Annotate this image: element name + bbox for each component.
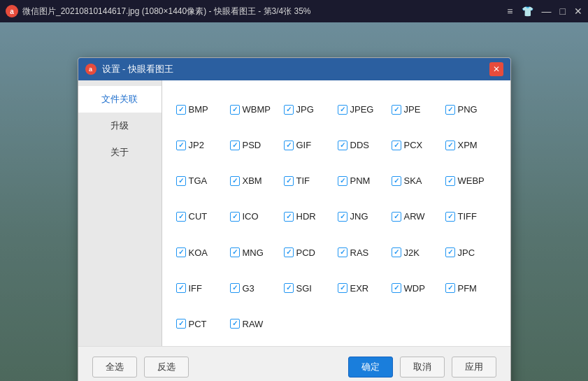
file-format-item-xbm: XBM [230,166,281,196]
checkbox-jpe[interactable] [392,105,401,115]
checkbox-raw[interactable] [230,319,240,329]
checkbox-psd[interactable] [230,141,240,150]
checkbox-pct[interactable] [176,319,186,329]
file-format-label-xbm: XBM [243,175,262,186]
minimize-button[interactable]: — [542,6,552,17]
file-format-label-g3: G3 [243,283,254,294]
file-format-item-jpe: JPE [392,94,443,124]
file-format-item-jpeg: JPEG [338,94,389,124]
file-format-label-cut: CUT [189,211,208,222]
bottom-bar: 全选 反选 确定 取消 应用 [78,346,510,381]
close-button[interactable]: ✕ [574,6,582,17]
file-format-item-dds: DDS [338,130,389,160]
file-format-item-pcx: PCX [392,130,443,160]
right-button-group: 确定 取消 应用 [348,357,496,378]
checkbox-dds[interactable] [338,141,347,150]
checkbox-pcx[interactable] [392,141,401,150]
file-format-item-iff: IFF [176,273,227,303]
file-format-label-psd: PSD [243,140,261,150]
sidebar-item-file-assoc[interactable]: 文件关联 [78,86,162,113]
file-format-item-exr: EXR [338,273,389,303]
main-content-area: BMPWBMPJPGJPEGJPEPNGJP2PSDGIFDDSPCXXPMTG… [162,80,510,346]
checkbox-ras[interactable] [338,247,347,257]
file-format-grid: BMPWBMPJPGJPEGJPEPNGJP2PSDGIFDDSPCXXPMTG… [176,94,496,339]
file-format-item-pct: PCT [176,309,227,339]
checkbox-xpm[interactable] [445,141,455,150]
confirm-button[interactable]: 确定 [348,357,393,378]
file-format-item-sgi: SGI [284,273,335,303]
file-format-label-jpg: JPG [296,104,314,115]
checkbox-exr[interactable] [338,283,347,293]
checkbox-j2k[interactable] [392,247,401,257]
file-format-label-tga: TGA [189,175,208,186]
checkbox-ico[interactable] [230,212,240,222]
file-format-label-png: PNG [458,104,478,115]
dialog-body: 文件关联 升级 关于 BMPWBMPJPGJPEGJPEPNGJP2PSDGIF… [78,80,510,346]
file-format-label-wdp: WDP [404,283,425,294]
checkbox-g3[interactable] [230,283,240,293]
checkbox-iff[interactable] [176,283,186,293]
file-format-item-wdp: WDP [392,273,443,303]
invert-button[interactable]: 反选 [144,357,189,378]
checkbox-xbm[interactable] [230,176,240,186]
checkbox-jpg[interactable] [284,105,294,115]
file-format-item-tiff: TIFF [445,201,496,231]
file-format-item-raw: RAW [230,309,281,339]
file-format-label-pcx: PCX [404,140,423,150]
dialog-close-button[interactable]: ✕ [489,62,503,76]
checkbox-wdp[interactable] [392,283,401,293]
file-format-item-cut: CUT [176,201,227,231]
checkbox-pfm[interactable] [445,283,455,293]
shirt-icon[interactable]: 👕 [522,6,533,17]
checkbox-gif[interactable] [284,141,294,150]
checkbox-pnm[interactable] [338,176,347,186]
app-icon: a [6,5,18,17]
checkbox-tga[interactable] [176,176,186,186]
file-format-label-wbmp: WBMP [243,104,271,115]
main-window-title: 微信图片_20210810144617.jpg (1080×1440像素) - … [22,6,503,17]
checkbox-tif[interactable] [284,176,294,186]
checkbox-ska[interactable] [392,176,401,186]
checkbox-hdr[interactable] [284,212,294,222]
checkbox-bmp[interactable] [176,105,186,115]
sidebar-item-upgrade[interactable]: 升级 [78,113,162,139]
file-format-label-exr: EXR [350,283,369,294]
file-format-item-pcd: PCD [284,238,335,268]
file-format-label-bmp: BMP [189,104,208,115]
file-format-item-j2k: J2K [392,238,443,268]
apply-button[interactable]: 应用 [452,357,496,378]
checkbox-cut[interactable] [176,212,186,222]
sidebar-item-about[interactable]: 关于 [78,139,162,166]
modal-overlay: a 设置 - 快眼看图王 ✕ 文件关联 升级 关于 BM [0,22,588,381]
file-format-label-tiff: TIFF [458,211,477,222]
select-all-button[interactable]: 全选 [92,357,137,378]
checkbox-arw[interactable] [392,212,401,222]
file-format-label-koa: KOA [189,247,208,258]
file-format-label-ska: SKA [404,175,422,186]
checkbox-koa[interactable] [176,247,186,257]
menu-icon[interactable]: ≡ [507,6,512,17]
file-format-label-tif: TIF [296,175,310,186]
file-format-item-g3: G3 [230,273,281,303]
checkbox-jp2[interactable] [176,141,186,150]
dialog-title: 设置 - 快眼看图王 [102,63,484,76]
file-format-label-pnm: PNM [350,175,371,186]
file-format-item-ico: ICO [230,201,281,231]
file-format-label-jpeg: JPEG [350,104,374,115]
file-format-item-jp2: JP2 [176,130,227,160]
maximize-button[interactable]: □ [560,6,566,17]
checkbox-jpc[interactable] [445,247,455,257]
checkbox-jng[interactable] [338,212,347,222]
checkbox-webp[interactable] [445,176,455,186]
checkbox-wbmp[interactable] [230,105,240,115]
file-format-label-pct: PCT [189,319,207,329]
file-format-item-ras: RAS [338,238,389,268]
checkbox-pcd[interactable] [284,247,294,257]
checkbox-sgi[interactable] [284,283,294,293]
cancel-button[interactable]: 取消 [400,357,445,378]
checkbox-tiff[interactable] [445,212,455,222]
checkbox-mng[interactable] [230,247,240,257]
checkbox-jpeg[interactable] [338,105,347,115]
checkbox-png[interactable] [445,105,455,115]
file-format-label-gif: GIF [296,140,312,150]
